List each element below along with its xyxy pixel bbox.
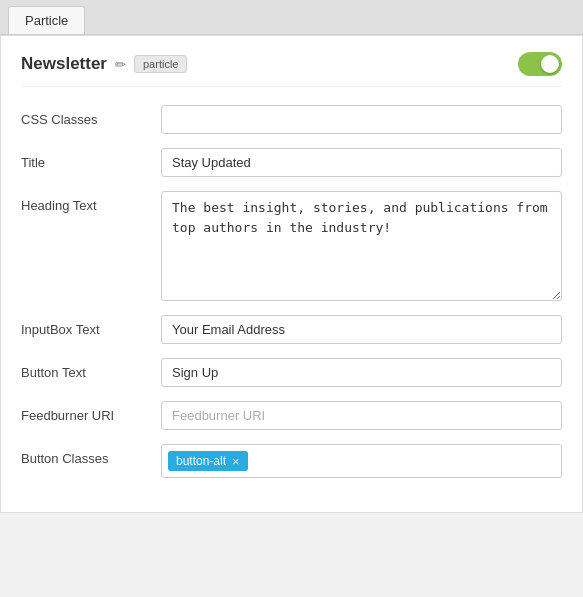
panel-header: Newsletter ✏ particle xyxy=(21,52,562,87)
title-row: Title xyxy=(21,148,562,177)
panel-title: Newsletter xyxy=(21,54,107,74)
button-classes-tag: button-alt × xyxy=(168,451,248,471)
inputbox-text-label: InputBox Text xyxy=(21,315,161,337)
css-classes-row: CSS Classes xyxy=(21,105,562,134)
tag-remove-button[interactable]: × xyxy=(232,455,240,468)
inputbox-text-input[interactable] xyxy=(161,315,562,344)
heading-text-label: Heading Text xyxy=(21,191,161,213)
heading-text-input[interactable]: The best insight, stories, and publicati… xyxy=(161,191,562,301)
button-classes-input[interactable]: button-alt × xyxy=(161,444,562,478)
button-classes-label: Button Classes xyxy=(21,444,161,466)
title-input[interactable] xyxy=(161,148,562,177)
title-label: Title xyxy=(21,148,161,170)
button-classes-row: Button Classes button-alt × xyxy=(21,444,562,478)
button-text-row: Button Text xyxy=(21,358,562,387)
feedburner-uri-input[interactable] xyxy=(161,401,562,430)
feedburner-uri-row: Feedburner URI xyxy=(21,401,562,430)
panel-header-left: Newsletter ✏ particle xyxy=(21,54,187,74)
tab-bar: Particle xyxy=(0,0,583,35)
button-text-input[interactable] xyxy=(161,358,562,387)
toggle-thumb xyxy=(541,55,559,73)
particle-badge: particle xyxy=(134,55,187,73)
css-classes-input[interactable] xyxy=(161,105,562,134)
css-classes-label: CSS Classes xyxy=(21,105,161,127)
button-text-label: Button Text xyxy=(21,358,161,380)
feedburner-uri-label: Feedburner URI xyxy=(21,401,161,423)
toggle-track xyxy=(518,52,562,76)
tag-label: button-alt xyxy=(176,454,226,468)
tab-particle[interactable]: Particle xyxy=(8,6,85,34)
toggle-switch[interactable] xyxy=(518,52,562,76)
panel: Newsletter ✏ particle CSS Classes Title … xyxy=(0,35,583,513)
heading-text-row: Heading Text The best insight, stories, … xyxy=(21,191,562,301)
edit-icon[interactable]: ✏ xyxy=(115,57,126,72)
inputbox-text-row: InputBox Text xyxy=(21,315,562,344)
